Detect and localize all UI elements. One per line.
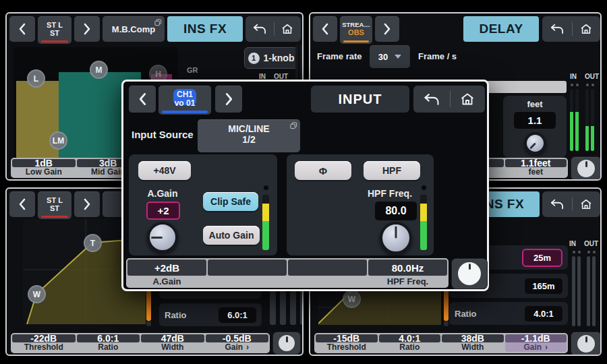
next-channel-button[interactable] bbox=[74, 191, 100, 217]
channel-sub: OBS bbox=[348, 28, 364, 36]
undo-icon[interactable] bbox=[423, 92, 440, 107]
clip-safe-button[interactable]: Clip Safe bbox=[203, 192, 258, 211]
out-meter-label: OUT bbox=[585, 73, 599, 80]
popup-title: INPUT bbox=[311, 86, 409, 113]
delay-knob[interactable] bbox=[524, 132, 546, 154]
param-cell-ratio[interactable]: 4.0:1 Ratio bbox=[379, 334, 441, 352]
param-cell[interactable] bbox=[208, 260, 287, 286]
in-meter-r bbox=[575, 89, 579, 151]
knob-pointer bbox=[395, 226, 397, 238]
channel-name: CH1 bbox=[177, 90, 193, 99]
hpf-freq-knob[interactable] bbox=[380, 222, 412, 254]
width-handle[interactable]: W bbox=[28, 285, 46, 303]
frame-rate-dropdown[interactable]: 30 bbox=[370, 45, 410, 68]
channel-select-button[interactable]: CH1 vo 01 bbox=[158, 86, 211, 115]
clip-dot bbox=[573, 251, 575, 253]
in-meter-l bbox=[572, 256, 575, 326]
param-bar: -22dB Threshold 6.0:1 Ratio 47dB Width -… bbox=[11, 333, 270, 353]
width-handle[interactable]: W bbox=[343, 290, 361, 308]
out-meter-label: OUT bbox=[584, 240, 598, 247]
param-cell-delay[interactable]: 1.1feet feet bbox=[505, 159, 567, 177]
channel-select-button[interactable]: ST L ST bbox=[38, 191, 71, 219]
param-cell-gain-selected[interactable]: -1.1dB Gain› bbox=[505, 334, 567, 352]
param-cell-again[interactable]: +2dB A.Gain bbox=[127, 260, 206, 286]
next-channel-button[interactable] bbox=[375, 16, 399, 42]
threshold-handle[interactable]: T bbox=[84, 234, 102, 252]
prev-channel-button[interactable] bbox=[313, 16, 337, 42]
nav-box bbox=[245, 16, 301, 42]
home-icon[interactable] bbox=[579, 198, 593, 211]
param-cell-threshold[interactable]: -15dB Threshold bbox=[316, 334, 378, 352]
again-knob[interactable] bbox=[147, 222, 178, 253]
param-cell-ratio[interactable]: 6.0:1 Ratio bbox=[77, 334, 140, 352]
prev-channel-button[interactable] bbox=[9, 16, 35, 42]
param-cell-hpf-freq[interactable]: 80.0Hz HPF Freq. bbox=[368, 260, 447, 286]
in-meter-label: IN bbox=[570, 73, 577, 80]
channel-select-button[interactable]: STREA… OBS bbox=[340, 16, 372, 44]
home-icon[interactable] bbox=[459, 91, 475, 107]
phantom-48v-button[interactable]: +48V bbox=[138, 161, 191, 180]
prev-channel-button[interactable] bbox=[9, 191, 35, 217]
out-meter-r bbox=[591, 89, 594, 151]
channel-color-bar bbox=[41, 40, 68, 42]
band-handle-low[interactable]: L bbox=[27, 69, 45, 88]
param-row-ratio[interactable]: Ratio 4.0:1 bbox=[449, 302, 568, 325]
param-row-ratio[interactable]: Ratio 6.0:1 bbox=[159, 303, 262, 326]
knob-pointer bbox=[151, 237, 163, 239]
touch-knob-box[interactable] bbox=[272, 332, 301, 355]
hpf-freq-value[interactable]: 80.0 bbox=[375, 202, 417, 220]
undo-icon[interactable] bbox=[550, 198, 565, 210]
param-cell-low-gain[interactable]: 1dB Low Gain bbox=[12, 159, 76, 177]
undo-icon[interactable] bbox=[550, 23, 565, 35]
param-cell-threshold[interactable]: -22dB Threshold bbox=[12, 334, 76, 352]
band-handle-mid[interactable]: M bbox=[90, 61, 108, 79]
prev-channel-button[interactable] bbox=[129, 86, 156, 113]
divider bbox=[274, 22, 274, 36]
param-cell-width[interactable]: 38dB Width bbox=[442, 334, 504, 352]
chevron-right-icon bbox=[83, 198, 91, 210]
input-source-button[interactable]: MIC/LINE 1/2 bbox=[198, 119, 300, 152]
nav-box bbox=[542, 16, 600, 42]
channel-name: ST L bbox=[47, 196, 63, 204]
next-channel-button[interactable] bbox=[215, 86, 242, 113]
fx-type-button[interactable]: M.B.Comp bbox=[103, 16, 165, 42]
gr-meter-cap bbox=[444, 321, 449, 326]
clip-dot bbox=[264, 185, 268, 190]
param-cell-gain[interactable]: -0.5dB Gain› bbox=[206, 334, 269, 352]
phase-button[interactable]: Φ bbox=[295, 161, 351, 180]
band-handle-lowmid[interactable]: LM bbox=[49, 131, 67, 150]
touch-knob-box[interactable] bbox=[571, 156, 602, 181]
selected-param-value: 25m bbox=[522, 249, 562, 267]
in-meter-l bbox=[570, 89, 573, 151]
home-icon[interactable] bbox=[579, 22, 593, 36]
delay-value[interactable]: 1.1 bbox=[514, 112, 556, 129]
chevron-right-icon bbox=[225, 92, 233, 106]
delay-value-box: feet 1.1 bbox=[503, 96, 567, 158]
auto-gain-button[interactable]: Auto Gain bbox=[203, 226, 260, 245]
home-icon[interactable] bbox=[281, 22, 294, 36]
gr-meter-cap bbox=[146, 321, 151, 326]
channel-name: ST L bbox=[47, 21, 63, 29]
touch-knob-box[interactable] bbox=[571, 332, 602, 356]
channel-select-button[interactable]: ST L ST bbox=[38, 16, 71, 44]
nav-box bbox=[542, 191, 600, 217]
knob-icon bbox=[577, 160, 595, 177]
page-title: INS FX bbox=[167, 16, 243, 42]
again-value[interactable]: +2 bbox=[146, 202, 180, 220]
channel-sub: ST bbox=[50, 29, 59, 37]
touch-knob-box[interactable] bbox=[451, 258, 488, 289]
clip-dot bbox=[593, 251, 596, 253]
meter-bar bbox=[300, 287, 304, 325]
channel-color-bar bbox=[343, 40, 369, 42]
one-knob-button[interactable]: 1 1-knob bbox=[244, 47, 298, 69]
input-level-meter bbox=[420, 195, 427, 250]
undo-icon[interactable] bbox=[252, 23, 267, 35]
hpf-button[interactable]: HPF bbox=[364, 161, 420, 180]
out-meter-l bbox=[585, 89, 589, 151]
param-cell[interactable] bbox=[288, 260, 367, 286]
param-cell-width[interactable]: 47dB Width bbox=[141, 334, 204, 352]
next-channel-button[interactable] bbox=[74, 16, 100, 42]
channel-color-bar bbox=[162, 111, 208, 113]
frame-rate-label: Frame rate bbox=[317, 51, 362, 61]
mixer-multi-screen: ST L ST M.B.Comp INS FX L M H LM bbox=[0, 0, 607, 364]
